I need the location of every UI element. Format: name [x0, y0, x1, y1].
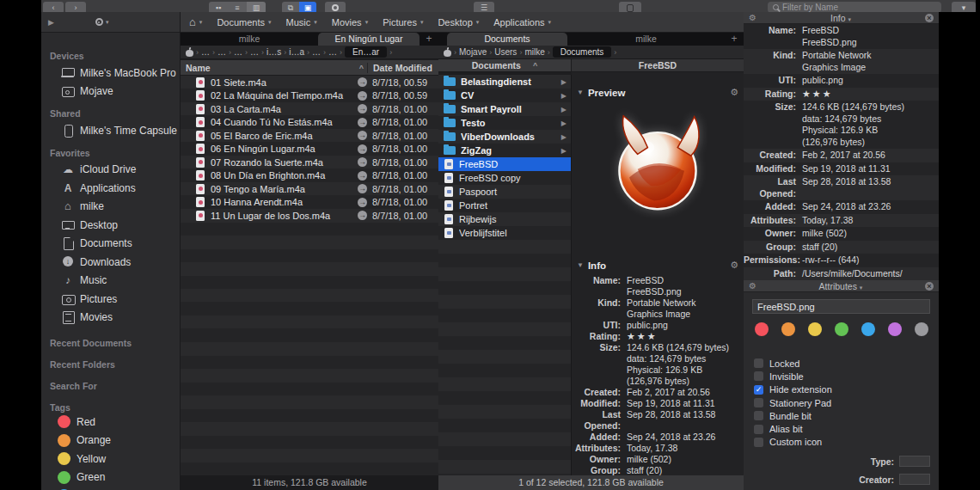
- orange-tag-icon[interactable]: [781, 322, 795, 336]
- triangle-down-icon[interactable]: ▼: [577, 261, 584, 269]
- dropdown-documents[interactable]: Documents▾: [217, 17, 271, 28]
- inspector-info-title[interactable]: Info ▾: [756, 13, 925, 23]
- folder-row[interactable]: Belastingdienst▶: [438, 75, 571, 89]
- sidebar-item-time-capsule[interactable]: Milke's Time Capsule: [41, 121, 180, 140]
- checkbox-row-invisible[interactable]: Invisible: [754, 370, 939, 383]
- checkbox-row-locked[interactable]: Locked: [754, 357, 939, 370]
- new-tab-button[interactable]: +: [725, 33, 744, 46]
- purple-tag-icon[interactable]: [888, 322, 902, 336]
- checkbox-unchecked[interactable]: [754, 425, 763, 434]
- go-arrow-icon[interactable]: →: [358, 91, 367, 101]
- checkbox-unchecked[interactable]: [754, 398, 763, 407]
- folder-row[interactable]: Smart Payroll▶: [438, 102, 571, 116]
- go-arrow-icon[interactable]: →: [358, 144, 367, 154]
- close-icon[interactable]: ×: [925, 282, 934, 291]
- green-tag-icon[interactable]: [835, 322, 848, 336]
- sidebar-item-downloads[interactable]: Downloads: [41, 253, 180, 272]
- device-button[interactable]: [619, 2, 641, 12]
- target-button[interactable]: [325, 2, 346, 12]
- folder-row[interactable]: ViberDownloads▶: [438, 130, 571, 144]
- checkbox-unchecked[interactable]: [754, 371, 763, 381]
- path-crumb[interactable]: …: [328, 47, 337, 57]
- browser-column-header[interactable]: Documents ^: [438, 59, 572, 72]
- sidebar-item-applications[interactable]: AApplications: [41, 179, 180, 198]
- sidebar-item-documents[interactable]: Documents: [41, 235, 180, 254]
- checkbox-row-hide-extension[interactable]: ✓Hide extension: [754, 383, 939, 396]
- back-button[interactable]: ‹: [43, 2, 64, 12]
- home-dropdown[interactable]: ⌂▾: [189, 18, 202, 27]
- path-crumb-current-documents[interactable]: Documents: [553, 46, 612, 58]
- filter-input[interactable]: [782, 3, 936, 12]
- sidebar-item-home[interactable]: ⌂milke: [41, 198, 180, 217]
- file-row[interactable]: 08 Un Día en Brighton.m4a→8/7/18, 01.00: [181, 169, 438, 183]
- dropdown-music[interactable]: Music▾: [286, 17, 317, 28]
- gear-icon[interactable]: ⚙: [749, 281, 756, 291]
- file-row[interactable]: 02 La Máquina del Tiempo.m4a→8/7/18, 00.…: [181, 89, 438, 103]
- tab-milke[interactable]: milke: [567, 33, 725, 46]
- tab-en-ningun-lugar[interactable]: En Ningún Lugar: [318, 33, 420, 46]
- dropdown-desktop[interactable]: Desktop▾: [438, 17, 479, 28]
- tag-item-red[interactable]: Red: [41, 413, 180, 432]
- sidebar-item-pictures[interactable]: Pictures: [41, 290, 180, 309]
- column-header-name[interactable]: Name: [181, 63, 359, 73]
- inspector-attributes-title[interactable]: Attributes ▾: [756, 281, 925, 291]
- file-row[interactable]: 06 En Ningún Lugar.m4a→8/7/18, 01.00: [181, 143, 438, 156]
- file-row[interactable]: 04 Cuando Tú No Estás.m4a→8/7/18, 01.00: [181, 116, 438, 130]
- sidebar-item-icloud[interactable]: ☁iCloud Drive: [41, 161, 180, 180]
- icon-view-button[interactable]: ▪▪: [209, 2, 228, 12]
- close-icon[interactable]: ×: [925, 14, 934, 22]
- dropdown-pictures[interactable]: Pictures▾: [383, 17, 423, 28]
- file-row[interactable]: 07 Rozando la Suerte.m4a→8/7/18, 01.00: [181, 156, 438, 169]
- path-crumb-current[interactable]: En…ar: [345, 46, 387, 58]
- go-arrow-icon[interactable]: →: [358, 211, 367, 220]
- folder-row[interactable]: Testo▶: [438, 116, 571, 130]
- file-row[interactable]: 05 El Barco de Eric.m4a→8/7/18, 01.00: [181, 129, 438, 143]
- file-row[interactable]: Verblijfstitel: [438, 226, 571, 240]
- tab-documents[interactable]: Documents: [447, 33, 567, 46]
- path-crumb[interactable]: …: [217, 47, 226, 57]
- file-row[interactable]: 03 La Carta.m4a→8/7/18, 01.00: [181, 102, 438, 116]
- red-tag-icon[interactable]: [755, 322, 769, 336]
- sidebar-item-movies[interactable]: Movies: [41, 309, 180, 328]
- sidebar-target-dropdown[interactable]: ▾: [95, 18, 109, 26]
- file-row[interactable]: 09 Tengo a María.m4a→8/7/18, 01.00: [181, 182, 438, 196]
- menu-button[interactable]: ☰: [474, 2, 494, 12]
- dropdown-applications[interactable]: Applications▾: [493, 17, 551, 28]
- sidebar-item-macbook[interactable]: Milke's MacBook Pro: [41, 64, 180, 83]
- tag-item-green[interactable]: Green: [41, 469, 180, 487]
- go-arrow-icon[interactable]: →: [358, 131, 367, 140]
- checkbox-checked[interactable]: ✓: [754, 385, 763, 395]
- section-title-search-for[interactable]: Search For: [41, 370, 180, 391]
- checkbox-row-stationery-pad[interactable]: Stationery Pad: [754, 396, 939, 409]
- tag-item-yellow[interactable]: Yellow: [41, 450, 180, 469]
- file-row[interactable]: Portret: [438, 199, 571, 212]
- go-arrow-icon[interactable]: →: [358, 198, 367, 207]
- gear-icon[interactable]: ⚙: [749, 13, 756, 22]
- file-row[interactable]: Paspoort: [438, 185, 571, 199]
- list-view-button[interactable]: ≡: [228, 2, 247, 12]
- filename-input[interactable]: [752, 299, 930, 314]
- yellow-tag-icon[interactable]: [808, 322, 822, 336]
- column-view-button[interactable]: ▥: [247, 2, 266, 12]
- folder-row[interactable]: ZigZag▶: [438, 144, 571, 157]
- checkbox-unchecked[interactable]: [754, 358, 763, 368]
- checkbox-row-custom-icon[interactable]: Custom icon: [754, 436, 939, 449]
- path-crumb[interactable]: …: [312, 47, 321, 57]
- checkbox-row-bundle-bit[interactable]: Bundle bit: [754, 409, 939, 422]
- single-pane-button[interactable]: ⧉: [282, 2, 299, 12]
- go-arrow-icon[interactable]: →: [358, 157, 367, 167]
- blue-tag-icon[interactable]: [861, 322, 875, 336]
- file-row-selected[interactable]: FreeBSD: [438, 157, 571, 171]
- section-title-recent-folders[interactable]: Recent Folders: [41, 348, 180, 370]
- go-arrow-icon[interactable]: →: [358, 118, 367, 127]
- path-crumb[interactable]: …: [250, 47, 259, 57]
- path-crumb[interactable]: i…s: [266, 47, 281, 57]
- file-row[interactable]: 10 Hanna Arendt.m4a→8/7/18, 01.00: [181, 196, 438, 210]
- dual-pane-button[interactable]: ▣: [299, 2, 316, 12]
- sidebar-item-mojave[interactable]: Mojave: [41, 83, 180, 101]
- sidebar-item-music[interactable]: ♪Music: [41, 272, 180, 291]
- file-row[interactable]: Rijbewijs: [438, 212, 571, 226]
- dropdown-movies[interactable]: Movies▾: [332, 17, 368, 28]
- checkbox-unchecked[interactable]: [754, 438, 763, 447]
- path-crumb[interactable]: …: [201, 47, 210, 57]
